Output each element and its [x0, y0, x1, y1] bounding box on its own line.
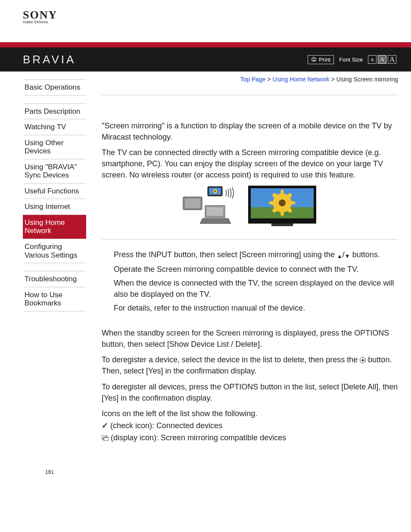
breadcrumb-top[interactable]: Top Page — [240, 76, 265, 83]
brand-header: SONY make.believe — [0, 0, 411, 28]
nav-useful-functions[interactable]: Useful Functions — [23, 184, 86, 199]
nav-troubleshooting[interactable]: Troubleshooting — [23, 271, 86, 287]
breadcrumb-current: Using Screen mirroring — [336, 76, 398, 83]
mirroring-diagram — [102, 185, 398, 228]
brand-logo: SONY — [23, 9, 411, 21]
print-icon — [311, 57, 317, 62]
divider-1 — [102, 95, 398, 95]
nav-configuring-settings[interactable]: Configuring Various Settings — [23, 239, 86, 263]
para-deregister-one: To deregister a device, select the devic… — [102, 354, 398, 376]
toolbar: Print Font Size A A A — [308, 55, 396, 64]
svg-rect-25 — [271, 224, 293, 226]
accent-bar — [0, 42, 411, 47]
nav-using-other-devices[interactable]: Using Other Devices — [23, 135, 86, 159]
nav-using-home-network[interactable]: Using Home Network — [23, 215, 86, 239]
para-icons-intro: Icons on the left of the list show the f… — [102, 408, 398, 419]
step-2: Operate the Screen mirroring compatible … — [114, 264, 398, 275]
up-arrow-icon — [337, 250, 342, 261]
font-size-medium[interactable]: A — [378, 55, 386, 64]
brand-tagline: make.believe — [23, 20, 411, 24]
svg-rect-4 — [185, 199, 200, 208]
svg-point-19 — [269, 201, 275, 205]
nav-bravia-sync[interactable]: Using "BRAVIA" Sync Devices — [23, 159, 86, 184]
breadcrumb: Top Page > Using Home Network > Using Sc… — [102, 76, 398, 83]
step-1: Press the INPUT button, then select [Scr… — [114, 249, 398, 261]
para-standby: When the standby screen for the Screen m… — [102, 327, 398, 350]
svg-point-18 — [280, 210, 284, 216]
icon-line-display: (display icon): Screen mirroring compati… — [102, 432, 398, 443]
nav-bookmarks[interactable]: How to Use Bookmarks — [23, 287, 86, 311]
divider-2 — [102, 239, 398, 240]
step-2b: When the device is connected with the TV… — [114, 277, 398, 300]
print-button[interactable]: Print — [308, 55, 334, 64]
icon-line-check: (check icon): Connected devices — [102, 420, 398, 431]
down-arrow-icon — [345, 250, 350, 261]
svg-rect-10 — [207, 207, 223, 216]
nav-basic-operations[interactable]: Basic Operations — [23, 80, 86, 96]
display-icon — [102, 432, 109, 438]
breadcrumb-section[interactable]: Using Home Network — [273, 76, 330, 83]
step-2c: For details, refer to the instruction ma… — [114, 302, 398, 314]
sidebar-nav: Basic Operations Parts Description Watch… — [0, 72, 86, 460]
product-name: BRAVIA — [23, 53, 76, 66]
nav-group-1: Basic Operations — [23, 79, 86, 96]
nav-group-3: Troubleshooting How to Use Bookmarks — [23, 271, 86, 311]
svg-marker-11 — [200, 218, 231, 224]
check-icon — [102, 421, 108, 430]
print-label: Print — [319, 56, 330, 63]
intro-para-2: The TV can be connected directly with a … — [102, 147, 398, 180]
font-size-small[interactable]: A — [368, 55, 377, 64]
svg-point-8 — [214, 190, 216, 192]
svg-rect-27 — [104, 437, 109, 441]
para-deregister-all: To deregister all devices, press the OPT… — [102, 381, 398, 404]
title-bar: BRAVIA Print Font Size A A A — [0, 47, 411, 72]
font-size-large[interactable]: A — [388, 55, 396, 64]
font-size-label: Font Size — [339, 56, 363, 63]
nav-parts-description[interactable]: Parts Description — [23, 104, 86, 120]
font-size-buttons: A A A — [368, 55, 396, 64]
intro-para-1: "Screen mirroring" is a function to disp… — [102, 120, 398, 143]
breadcrumb-sep-1: > — [268, 76, 271, 83]
plus-circle-icon — [360, 357, 366, 363]
nav-using-internet[interactable]: Using Internet — [23, 199, 86, 215]
nav-group-2: Parts Description Watching TV Using Othe… — [23, 103, 86, 264]
svg-point-17 — [280, 190, 284, 196]
main-content: Top Page > Using Home Network > Using Sc… — [86, 72, 411, 460]
nav-watching-tv[interactable]: Watching TV — [23, 119, 86, 135]
breadcrumb-sep-2: > — [331, 76, 335, 83]
svg-point-20 — [290, 201, 296, 205]
svg-point-16 — [279, 199, 286, 206]
page-number: 161 — [0, 460, 411, 488]
svg-rect-1 — [313, 57, 315, 58]
